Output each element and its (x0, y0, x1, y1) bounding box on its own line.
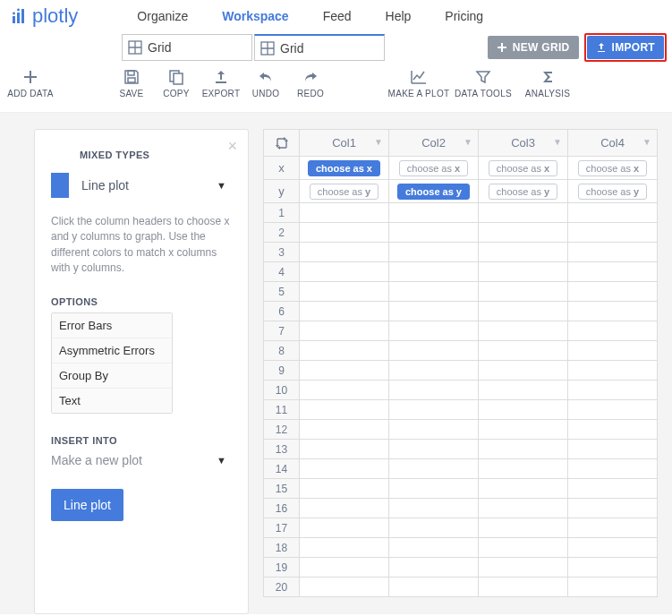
cell-r15-c2[interactable] (389, 479, 479, 499)
cell-r20-c2[interactable] (389, 578, 479, 597)
cell-r19-c2[interactable] (389, 558, 479, 578)
cell-r8-c2[interactable] (389, 341, 479, 361)
cell-r5-c4[interactable] (568, 282, 658, 302)
row-header-17[interactable]: 17 (264, 518, 300, 538)
cell-r15-c4[interactable] (568, 479, 658, 499)
cell-r11-c3[interactable] (479, 400, 568, 420)
tab-grid-1[interactable]: Grid (254, 34, 385, 61)
tab-grid-0[interactable]: Grid (122, 34, 252, 61)
col-menu-icon[interactable]: ▼ (374, 137, 383, 147)
row-header-6[interactable]: 6 (264, 302, 300, 321)
cell-r16-c4[interactable] (568, 499, 658, 518)
choose-y-col4[interactable]: choose as y (578, 184, 647, 200)
cell-r20-c4[interactable] (568, 578, 658, 597)
cell-r10-c2[interactable] (389, 381, 479, 400)
col-header-1[interactable]: Col1▼ (300, 130, 389, 157)
row-header-7[interactable]: 7 (264, 321, 300, 341)
new-grid-button[interactable]: NEW GRID (488, 36, 579, 59)
row-header-16[interactable]: 16 (264, 499, 300, 518)
choose-x-col3[interactable]: choose as x (489, 160, 557, 176)
cell-r15-c3[interactable] (479, 479, 568, 499)
copy-button[interactable]: COPY (154, 68, 199, 98)
cell-r4-c2[interactable] (389, 262, 479, 282)
row-header-20[interactable]: 20 (264, 578, 300, 597)
cell-r6-c3[interactable] (479, 302, 568, 321)
nav-pricing[interactable]: Pricing (445, 9, 483, 23)
cell-r3-c1[interactable] (300, 243, 389, 262)
cell-r14-c1[interactable] (300, 459, 389, 479)
row-header-5[interactable]: 5 (264, 282, 300, 302)
cell-r17-c4[interactable] (568, 518, 658, 538)
cell-r19-c3[interactable] (479, 558, 568, 578)
col-menu-icon[interactable]: ▼ (553, 137, 562, 147)
cell-r16-c3[interactable] (479, 499, 568, 518)
row-header-12[interactable]: 12 (264, 420, 300, 440)
choose-y-col1[interactable]: choose as y (310, 184, 379, 200)
cell-r10-c3[interactable] (479, 381, 568, 400)
close-icon[interactable]: × (227, 137, 237, 156)
col-header-4[interactable]: Col4▼ (568, 130, 658, 157)
cell-r12-c4[interactable] (568, 420, 658, 440)
cell-r18-c1[interactable] (300, 538, 389, 558)
plot-type-dropdown[interactable]: ▼ (217, 180, 226, 191)
cell-r2-c1[interactable] (300, 223, 389, 243)
cell-r9-c1[interactable] (300, 361, 389, 381)
choose-y-col3[interactable]: choose as y (489, 184, 557, 200)
add-data-button[interactable]: ADD DATA (0, 68, 61, 98)
row-header-3[interactable]: 3 (264, 243, 300, 262)
col-header-2[interactable]: Col2▼ (389, 130, 479, 157)
cell-r5-c2[interactable] (389, 282, 479, 302)
col-menu-icon[interactable]: ▼ (642, 137, 651, 147)
row-header-13[interactable]: 13 (264, 440, 300, 459)
cell-r18-c4[interactable] (568, 538, 658, 558)
cell-r9-c2[interactable] (389, 361, 479, 381)
cell-r16-c2[interactable] (389, 499, 479, 518)
cell-r17-c1[interactable] (300, 518, 389, 538)
row-header-14[interactable]: 14 (264, 459, 300, 479)
import-button[interactable]: IMPORT (587, 36, 664, 59)
option-text[interactable]: Text (52, 389, 172, 413)
row-header-18[interactable]: 18 (264, 538, 300, 558)
cell-r8-c4[interactable] (568, 341, 658, 361)
option-error-bars[interactable]: Error Bars (52, 313, 172, 338)
row-header-1[interactable]: 1 (264, 203, 300, 223)
cell-r6-c4[interactable] (568, 302, 658, 321)
nav-organize[interactable]: Organize (137, 9, 188, 23)
cell-r4-c4[interactable] (568, 262, 658, 282)
cell-r1-c4[interactable] (568, 203, 658, 223)
cell-r17-c3[interactable] (479, 518, 568, 538)
nav-workspace[interactable]: Workspace (222, 9, 288, 23)
row-header-15[interactable]: 15 (264, 479, 300, 499)
cell-r12-c1[interactable] (300, 420, 389, 440)
row-header-10[interactable]: 10 (264, 381, 300, 400)
cell-r14-c3[interactable] (479, 459, 568, 479)
choose-y-col2[interactable]: choose as y (397, 184, 470, 200)
cell-r19-c4[interactable] (568, 558, 658, 578)
cell-r18-c2[interactable] (389, 538, 479, 558)
cell-r4-c3[interactable] (479, 262, 568, 282)
cell-r7-c3[interactable] (479, 321, 568, 341)
row-header-4[interactable]: 4 (264, 262, 300, 282)
cell-r16-c1[interactable] (300, 499, 389, 518)
cell-r11-c4[interactable] (568, 400, 658, 420)
cell-r10-c1[interactable] (300, 381, 389, 400)
cell-r12-c2[interactable] (389, 420, 479, 440)
cell-r6-c2[interactable] (389, 302, 479, 321)
cell-r14-c2[interactable] (389, 459, 479, 479)
cell-r5-c1[interactable] (300, 282, 389, 302)
row-header-9[interactable]: 9 (264, 361, 300, 381)
cell-r14-c4[interactable] (568, 459, 658, 479)
cell-r3-c4[interactable] (568, 243, 658, 262)
col-menu-icon[interactable]: ▼ (464, 137, 472, 147)
cell-r3-c3[interactable] (479, 243, 568, 262)
nav-help[interactable]: Help (386, 9, 412, 23)
cell-r17-c2[interactable] (389, 518, 479, 538)
cell-r8-c1[interactable] (300, 341, 389, 361)
cell-r10-c4[interactable] (568, 381, 658, 400)
cell-r12-c3[interactable] (479, 420, 568, 440)
choose-x-col4[interactable]: choose as x (578, 160, 647, 176)
cell-r13-c1[interactable] (300, 440, 389, 459)
redo-button[interactable]: REDO (288, 68, 333, 98)
choose-x-col1[interactable]: choose as x (308, 160, 380, 176)
cell-r2-c4[interactable] (568, 223, 658, 243)
